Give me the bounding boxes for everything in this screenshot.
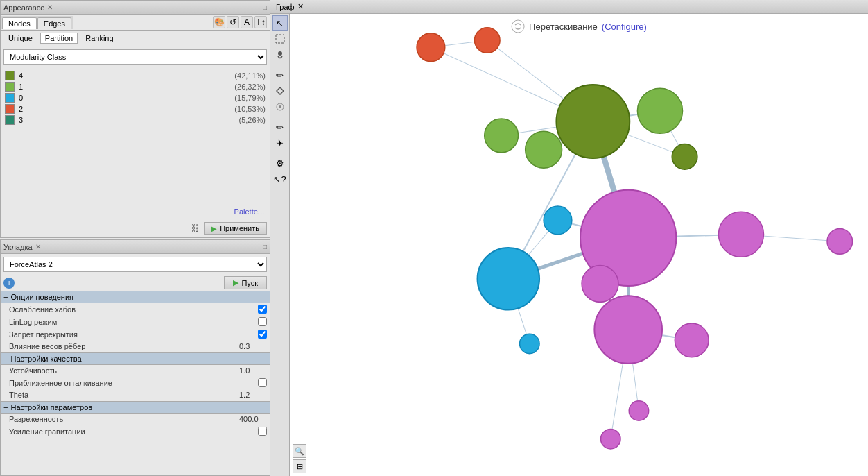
property-linlog: LinLog режим: [1, 316, 270, 328]
partition-pct-3: (5,26%): [238, 116, 266, 124]
list-item: 4 (42,11%): [3, 70, 267, 81]
text-a-icon-btn[interactable]: A: [241, 16, 253, 28]
toolbar-separator-2: [273, 117, 286, 117]
layout-panel: Укладка ✕ □ ForceAtlas 2 i ▶ Пуск Опц: [0, 239, 270, 476]
text-size-icon-btn[interactable]: T↕: [254, 16, 267, 28]
section-quality[interactable]: Настройки качества: [1, 352, 270, 365]
node[interactable]: [675, 323, 709, 357]
color-swatch-1[interactable]: [5, 82, 15, 92]
tool-select[interactable]: ↖: [272, 15, 288, 31]
reset-icon-btn[interactable]: ↺: [227, 16, 239, 28]
sub-tab-partition[interactable]: Partition: [40, 33, 78, 44]
graph-content: ↖ ✏ ✏ ✈ ⚙ ↖?: [270, 14, 868, 476]
layout-dropdown-row: ForceAtlas 2: [1, 254, 270, 275]
tool-pointer-q[interactable]: ↖?: [272, 171, 288, 187]
tool-drag-nodes[interactable]: [272, 47, 288, 62]
toolbar: ↖ ✏ ✏ ✈ ⚙ ↖?: [270, 14, 290, 476]
node[interactable]: [718, 212, 763, 257]
color-swatch-3[interactable]: [5, 115, 15, 125]
tool-rect-select[interactable]: [272, 31, 288, 46]
tool-path[interactable]: ✈: [272, 135, 288, 151]
section-behavior-options[interactable]: Опции поведения: [1, 291, 270, 303]
appearance-title: Appearance: [3, 3, 44, 12]
graph-header: Граф ✕: [270, 0, 868, 14]
drag-label-bar: Перетаскивание (Configure): [511, 19, 647, 33]
apply-button[interactable]: ▶ Применить: [204, 222, 267, 235]
color-icon-btn[interactable]: 🎨: [213, 16, 225, 28]
property-gravity-boost: Усиление гравитации: [1, 425, 270, 438]
partition-pct-0: (15,79%): [234, 94, 266, 102]
node[interactable]: [474, 28, 500, 53]
appearance-minimize[interactable]: □: [263, 3, 267, 11]
node[interactable]: [544, 206, 572, 235]
partition-label-3: 3: [19, 116, 234, 124]
zoom-fit-btn[interactable]: 🔍: [293, 444, 306, 458]
prevent-overlap-checkbox[interactable]: [258, 330, 267, 339]
tool-config2[interactable]: [272, 99, 288, 114]
tool-pencil[interactable]: ✏: [272, 67, 288, 83]
graph-panel: Граф ✕ ↖ ✏: [270, 0, 868, 476]
node[interactable]: [594, 296, 662, 364]
partition-pct-4: (42,11%): [234, 71, 266, 80]
layout-algorithm-dropdown[interactable]: ForceAtlas 2: [3, 257, 267, 272]
svg-point-4: [279, 105, 281, 108]
linlog-checkbox[interactable]: [258, 317, 267, 326]
node[interactable]: [629, 401, 648, 420]
stability-label: Устойчивость: [3, 366, 239, 375]
edge-weight-label: Влияние весов рёбер: [3, 342, 239, 350]
run-button[interactable]: ▶ Пуск: [224, 276, 267, 289]
node[interactable]: [827, 229, 853, 255]
sub-tab-unique[interactable]: Unique: [3, 33, 37, 44]
color-swatch-4[interactable]: [5, 71, 15, 80]
list-item: 2 (10,53%): [3, 103, 267, 114]
color-swatch-0[interactable]: [5, 93, 15, 103]
node[interactable]: [485, 119, 519, 153]
color-swatch-2[interactable]: [5, 104, 15, 114]
partition-label-0: 0: [19, 94, 230, 102]
graph-canvas-area[interactable]: Перетаскивание (Configure): [290, 14, 868, 476]
svg-marker-2: [277, 87, 284, 94]
layout-minimize[interactable]: □: [263, 243, 267, 250]
appearance-tab-close[interactable]: ✕: [47, 3, 53, 11]
svg-point-1: [278, 51, 282, 56]
node[interactable]: [526, 131, 562, 168]
modularity-dropdown-row: Modularity Class: [1, 46, 270, 67]
info-icon[interactable]: i: [3, 278, 15, 289]
tool-pencil2[interactable]: ✏: [272, 119, 288, 135]
node[interactable]: [520, 334, 539, 353]
node[interactable]: [556, 85, 630, 158]
sub-tab-ranking[interactable]: Ranking: [80, 33, 118, 44]
node[interactable]: [582, 265, 618, 302]
grid-btn[interactable]: ⊞: [293, 459, 306, 473]
node[interactable]: [478, 248, 540, 310]
configure-link[interactable]: (Configure): [602, 22, 647, 32]
theta-value: 1.2: [239, 391, 267, 399]
modularity-dropdown[interactable]: Modularity Class: [3, 49, 267, 65]
property-edge-weight: Влияние весов рёбер 0.3: [1, 341, 270, 352]
appearance-panel: Appearance ✕ □ Nodes Edges 🎨 ↺ A T↕: [0, 0, 270, 238]
node[interactable]: [637, 88, 682, 133]
node[interactable]: [417, 33, 445, 62]
theta-label: Theta: [3, 391, 239, 399]
linlog-label: LinLog режим: [3, 318, 255, 326]
layout-tab-close[interactable]: ✕: [35, 243, 41, 250]
hub-repulsion-checkbox[interactable]: [258, 305, 267, 314]
svg-rect-0: [276, 35, 284, 43]
partition-label-4: 4: [19, 71, 230, 80]
gravity-boost-label: Усиление гравитации: [3, 427, 255, 436]
section-params[interactable]: Настройки параметров: [1, 401, 270, 414]
property-approx-repulsion: Приближенное отталкивание: [1, 377, 270, 389]
palette-link[interactable]: Palette...: [1, 205, 270, 219]
gravity-boost-checkbox[interactable]: [258, 427, 267, 436]
tool-diamond[interactable]: [272, 83, 288, 99]
list-item: 3 (5,26%): [3, 114, 267, 126]
tab-nodes[interactable]: Nodes: [2, 17, 37, 29]
node[interactable]: [672, 144, 697, 170]
hub-repulsion-label: Ослабление хабов: [3, 305, 255, 314]
approx-repulsion-label: Приближенное отталкивание: [3, 379, 255, 387]
tool-settings[interactable]: ⚙: [272, 155, 288, 171]
approx-repulsion-checkbox[interactable]: [258, 378, 267, 387]
node[interactable]: [601, 429, 620, 448]
tab-edges[interactable]: Edges: [37, 17, 71, 29]
graph-tab-close[interactable]: ✕: [297, 2, 304, 11]
